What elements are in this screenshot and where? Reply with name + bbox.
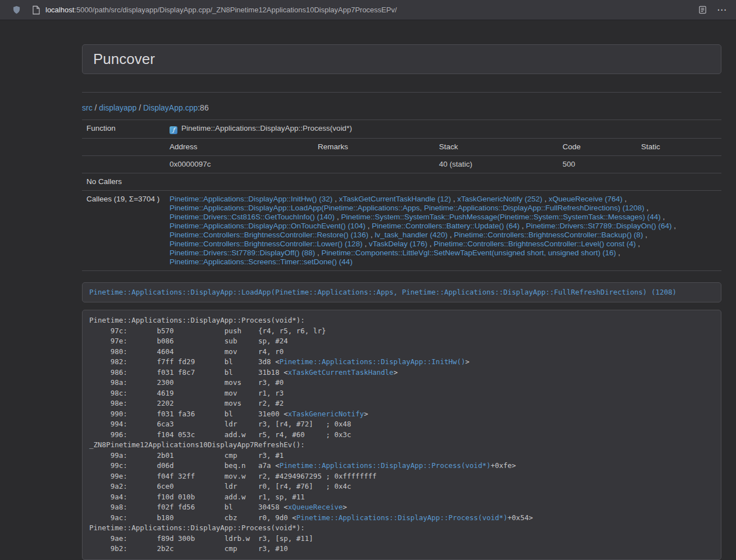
column-header-address: Address bbox=[165, 139, 313, 156]
breadcrumb-link[interactable]: DisplayApp.cpp bbox=[143, 103, 198, 112]
callee-separator: , bbox=[368, 231, 374, 239]
code-symbol-link[interactable]: Pinetime::Applications::DisplayApp::Proc… bbox=[280, 461, 491, 470]
url-bar[interactable]: localhost:5000/path/src/displayapp/Displ… bbox=[45, 6, 397, 14]
breadcrumb-link[interactable]: src bbox=[82, 103, 93, 112]
callee-separator: , bbox=[520, 222, 526, 230]
metrics-value-row: 0x0000097c 40 (static) 500 bbox=[82, 156, 721, 173]
callee-link[interactable]: xTaskGetCurrentTaskHandle (12) bbox=[339, 195, 451, 203]
callee-link[interactable]: xTaskGenericNotify (252) bbox=[458, 195, 543, 203]
function-row: Function ƒPinetime::Applications::Displa… bbox=[82, 120, 721, 139]
empty-cell bbox=[82, 156, 165, 173]
breadcrumb-link[interactable]: displayapp bbox=[99, 103, 136, 112]
callee-link[interactable]: Pinetime::Drivers::St7789::DisplayOff() … bbox=[170, 249, 315, 257]
empty-cell bbox=[82, 139, 165, 156]
divider bbox=[82, 92, 721, 93]
symbol-table: Function ƒPinetime::Applications::Displa… bbox=[82, 120, 721, 271]
callee-link[interactable]: Pinetime::System::SystemTask::PushMessag… bbox=[341, 213, 660, 221]
page-header: Puncover bbox=[82, 44, 721, 74]
stack-value: 40 (static) bbox=[435, 156, 558, 173]
callee-separator: , bbox=[643, 231, 647, 239]
code-symbol-link[interactable]: xTaskGetCurrentTaskHandle bbox=[288, 368, 394, 377]
callee-separator: , bbox=[636, 240, 641, 248]
function-icon: ƒ bbox=[170, 126, 177, 134]
url-host: localhost bbox=[45, 6, 74, 14]
function-name: Pinetime::Applications::DisplayApp::Proc… bbox=[181, 124, 352, 132]
metrics-header-row: Address Remarks Stack Code Static bbox=[82, 139, 721, 156]
page-icon[interactable] bbox=[32, 6, 40, 15]
page-content: Puncover src / displayapp / DisplayApp.c… bbox=[82, 44, 721, 560]
callee-separator: , bbox=[644, 204, 649, 212]
callee-link[interactable]: Pinetime::Applications::DisplayApp::Load… bbox=[170, 204, 644, 212]
callee-separator: , bbox=[335, 213, 341, 221]
page-title: Puncover bbox=[93, 52, 710, 67]
url-path: :5000/path/src/displayapp/DisplayApp.cpp… bbox=[74, 6, 397, 14]
callee-link[interactable]: Pinetime::Controllers::BrightnessControl… bbox=[170, 231, 368, 239]
column-header-code: Code bbox=[558, 139, 637, 156]
callee-separator: , bbox=[542, 195, 548, 203]
address-value: 0x0000097c bbox=[165, 156, 313, 173]
function-name-cell: ƒPinetime::Applications::DisplayApp::Pro… bbox=[165, 120, 721, 139]
callee-link[interactable]: Pinetime::Applications::DisplayApp::Init… bbox=[170, 195, 332, 203]
callee-link[interactable]: Pinetime::Applications::DisplayApp::OnTo… bbox=[170, 222, 365, 230]
breadcrumb-line-number: :86 bbox=[198, 103, 208, 112]
callee-separator: , bbox=[332, 195, 339, 203]
callee-link[interactable]: lv_task_handler (420) bbox=[374, 231, 447, 239]
no-callers-cell bbox=[165, 173, 721, 191]
callee-link[interactable]: Pinetime::Controllers::BrightnessControl… bbox=[454, 231, 643, 239]
callees-row: Callees (19, Σ=3704 ) Pinetime::Applicat… bbox=[82, 191, 721, 271]
breadcrumb-separator: / bbox=[93, 103, 99, 112]
callee-link[interactable]: Pinetime::Drivers::Cst816S::GetTouchInfo… bbox=[170, 213, 335, 221]
code-symbol-link[interactable]: Pinetime::Applications::DisplayApp::Init… bbox=[280, 357, 465, 366]
menu-button[interactable]: ⋯ bbox=[717, 5, 727, 15]
browser-chrome: localhost:5000/path/src/displayapp/Displ… bbox=[0, 0, 736, 20]
static-value bbox=[637, 156, 721, 173]
callee-separator: , bbox=[623, 195, 627, 203]
column-header-remarks: Remarks bbox=[313, 139, 435, 156]
callee-separator: , bbox=[451, 195, 457, 203]
code-symbol-link[interactable]: Pinetime::Applications::DisplayApp::Proc… bbox=[296, 513, 508, 522]
remarks-value bbox=[313, 156, 435, 173]
callee-link[interactable]: Pinetime::Controllers::BrightnessControl… bbox=[433, 240, 636, 248]
callees-label: Callees (19, Σ=3704 ) bbox=[82, 191, 165, 271]
reader-mode-icon[interactable] bbox=[698, 6, 707, 14]
callee-link[interactable]: vTaskDelay (176) bbox=[369, 240, 427, 248]
no-callers-row: No Callers bbox=[82, 173, 721, 191]
callee-link[interactable]: Pinetime::Controllers::BrightnessControl… bbox=[170, 240, 363, 248]
callee-link[interactable]: xQueueReceive (764) bbox=[548, 195, 622, 203]
callee-link[interactable]: Pinetime::Controllers::Battery::Update()… bbox=[372, 222, 519, 230]
callee-separator: , bbox=[427, 240, 433, 248]
function-row-label: Function bbox=[82, 120, 165, 139]
callee-separator: , bbox=[447, 231, 454, 239]
callee-separator: , bbox=[365, 222, 372, 230]
callee-separator: , bbox=[671, 222, 676, 230]
callees-list: Pinetime::Applications::DisplayApp::Init… bbox=[165, 191, 721, 271]
no-callers-label: No Callers bbox=[82, 173, 165, 191]
breadcrumb: src / displayapp / DisplayApp.cpp:86 bbox=[82, 103, 721, 113]
shield-icon[interactable] bbox=[12, 5, 21, 15]
callee-link[interactable]: Pinetime::Applications::Screens::Timer::… bbox=[170, 258, 353, 266]
column-header-static: Static bbox=[637, 139, 721, 156]
callee-separator: , bbox=[363, 240, 369, 248]
code-symbol-link[interactable]: xTaskGenericNotify bbox=[288, 410, 364, 418]
column-header-stack: Stack bbox=[435, 139, 558, 156]
callee-separator: , bbox=[616, 249, 620, 257]
callee-link[interactable]: Pinetime::Drivers::St7789::DisplayOn() (… bbox=[526, 222, 672, 230]
callee-link[interactable]: Pinetime::Components::LittleVgl::SetNewT… bbox=[322, 249, 616, 257]
callee-separator: , bbox=[661, 213, 665, 221]
breadcrumb-separator: / bbox=[136, 103, 143, 112]
highlighted-symbol-link[interactable]: Pinetime::Applications::DisplayApp::Load… bbox=[89, 288, 676, 296]
code-symbol-link[interactable]: xQueueReceive bbox=[288, 503, 343, 511]
disassembly: Pinetime::Applications::DisplayApp::Proc… bbox=[82, 310, 721, 560]
callee-separator: , bbox=[315, 249, 321, 257]
code-value: 500 bbox=[558, 156, 637, 173]
highlighted-symbol-box: Pinetime::Applications::DisplayApp::Load… bbox=[82, 282, 721, 302]
